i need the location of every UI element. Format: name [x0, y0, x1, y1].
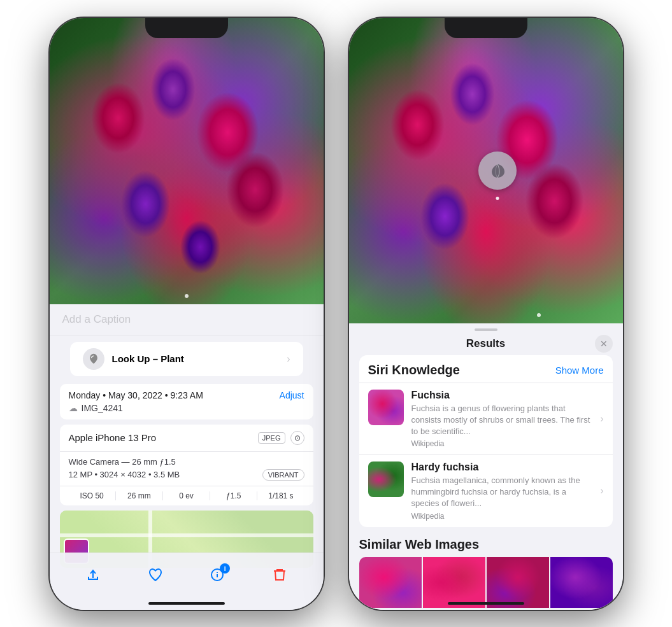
web-image-3[interactable] — [487, 557, 549, 608]
hardy-chevron-icon: › — [600, 485, 603, 497]
map-road-horizontal — [60, 533, 313, 537]
flower-photo — [50, 18, 324, 304]
siri-knowledge-title: Siri Knowledge — [368, 363, 460, 377]
fuchsia-name: Fuchsia — [411, 390, 593, 401]
hardy-desc: Fuchsia magellanica, commonly known as t… — [411, 475, 593, 510]
camera-row: Apple iPhone 13 Pro JPEG ⊙ — [60, 425, 313, 451]
camera-section: Apple iPhone 13 Pro JPEG ⊙ Wide Camera —… — [60, 425, 313, 505]
right-phone-notch — [445, 18, 527, 38]
camera-badges: JPEG ⊙ — [258, 431, 304, 445]
web-image-1[interactable] — [359, 557, 422, 608]
hardy-text: Hardy fuchsia Fuchsia magellanica, commo… — [411, 461, 593, 521]
camera-name: Apple iPhone 13 Pro — [69, 432, 157, 443]
info-button[interactable]: i — [203, 561, 231, 589]
panel-header: Results ✕ — [349, 331, 623, 355]
info-area: Add a Caption Look Up – Plant › — [50, 304, 324, 568]
meta-filename: IMG_4241 — [82, 403, 123, 413]
photo-area[interactable] — [50, 18, 324, 304]
close-button[interactable]: ✕ — [595, 335, 613, 353]
favorite-button[interactable] — [141, 561, 169, 589]
hardy-source: Wikipedia — [411, 512, 593, 521]
vibrant-badge: VIBRANT — [262, 469, 304, 481]
meta-date: Monday • May 30, 2022 • 9:23 AM — [69, 390, 203, 400]
fuchsia-thumbnail — [368, 390, 404, 425]
caption-placeholder[interactable]: Add a Caption — [62, 313, 131, 325]
right-screen: Results ✕ Siri Knowledge Show More Fuchs… — [349, 18, 623, 610]
adjust-button[interactable]: Adjust — [280, 390, 304, 400]
camera-type: Wide Camera — 26 mm ƒ1.5 — [69, 457, 304, 467]
web-images-title: Similar Web Images — [349, 535, 623, 557]
siri-header: Siri Knowledge Show More — [359, 355, 613, 383]
web-images-row — [359, 557, 613, 608]
bottom-toolbar: i — [50, 553, 324, 610]
jpeg-badge: JPEG — [258, 432, 285, 444]
show-more-button[interactable]: Show More — [555, 365, 604, 376]
web-image-4[interactable] — [550, 557, 613, 608]
panel-title: Results — [466, 337, 505, 350]
exif-ev: 0 ev — [163, 491, 210, 500]
exif-focal: 26 mm — [116, 491, 163, 500]
web-image-2[interactable] — [423, 557, 485, 608]
fuchsia-text: Fuchsia Fuchsia is a genus of flowering … — [411, 390, 593, 449]
lookup-icon — [83, 348, 104, 370]
knowledge-item-hardy[interactable]: Hardy fuchsia Fuchsia magellanica, commo… — [359, 454, 613, 527]
right-photo-area[interactable] — [349, 18, 623, 323]
right-phone: Results ✕ Siri Knowledge Show More Fuchs… — [349, 18, 623, 610]
right-home-indicator — [448, 602, 524, 605]
left-screen: Add a Caption Look Up – Plant › — [50, 18, 324, 610]
fuchsia-source: Wikipedia — [411, 439, 593, 448]
hardy-name: Hardy fuchsia — [411, 461, 593, 473]
fuchsia-desc: Fuchsia is a genus of flowering plants t… — [411, 403, 593, 438]
camera-settings-icon[interactable]: ⊙ — [290, 431, 304, 445]
vi-dot — [496, 197, 499, 200]
visual-intelligence-button[interactable] — [478, 151, 517, 190]
photo-dot-indicator — [185, 294, 189, 298]
phone-notch — [145, 18, 228, 38]
share-button[interactable] — [79, 561, 107, 589]
exif-shutter: 1/181 s — [257, 491, 304, 500]
fuchsia-chevron-icon: › — [600, 413, 603, 425]
exif-aperture: ƒ1.5 — [210, 491, 257, 500]
info-badge: i — [220, 563, 230, 574]
home-indicator — [148, 602, 225, 605]
meta-section: Monday • May 30, 2022 • 9:23 AM Adjust ☁… — [60, 384, 313, 419]
camera-details: Wide Camera — 26 mm ƒ1.5 12 MP • 3024 × … — [60, 451, 313, 486]
results-panel: Results ✕ Siri Knowledge Show More Fuchs… — [349, 323, 623, 610]
left-phone: Add a Caption Look Up – Plant › — [50, 18, 324, 610]
lookup-row[interactable]: Look Up – Plant › — [70, 342, 303, 376]
caption-area[interactable]: Add a Caption — [50, 304, 324, 335]
photo-dot-right — [537, 313, 541, 317]
lookup-chevron-icon: › — [287, 353, 290, 365]
lookup-label: Look Up – Plant — [112, 353, 184, 364]
exif-iso: ISO 50 — [69, 491, 116, 500]
exif-row: ISO 50 26 mm 0 ev ƒ1.5 1/181 s — [60, 486, 313, 505]
hardy-thumbnail — [368, 461, 404, 497]
knowledge-item-fuchsia[interactable]: Fuchsia Fuchsia is a genus of flowering … — [359, 383, 613, 455]
delete-button[interactable] — [266, 561, 294, 589]
cloud-icon: ☁ — [69, 403, 78, 413]
siri-section: Siri Knowledge Show More Fuchsia Fuchsia… — [359, 355, 613, 527]
mp-info: 12 MP • 3024 × 4032 • 3.5 MB — [69, 470, 180, 479]
